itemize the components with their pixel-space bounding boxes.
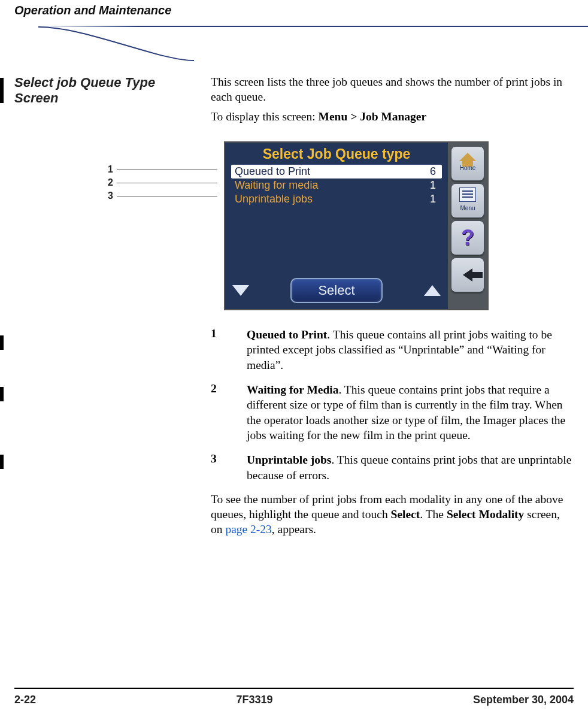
intro-line2: To display this screen: Menu > Job Manag…	[211, 110, 574, 125]
swoosh-arc-icon	[38, 26, 194, 62]
back-button[interactable]	[451, 258, 484, 292]
back-arrow-icon	[463, 268, 472, 282]
help-icon: ?	[461, 227, 474, 249]
change-bar	[0, 455, 4, 469]
legend-term: Unprintable jobs	[247, 453, 331, 466]
footer-date: September 30, 2004	[473, 694, 574, 706]
queue-row-count: 1	[430, 193, 438, 205]
change-bar	[0, 335, 4, 350]
header-swoosh	[14, 21, 574, 45]
intro-line1: This screen lists the three job queues a…	[211, 75, 574, 105]
change-bar	[0, 78, 4, 103]
menu-icon	[459, 187, 476, 202]
legend-item-1: 1 Queued to Print. This queue contains a…	[211, 327, 574, 373]
closing-b2: Select Modality	[447, 508, 524, 521]
legend-number: 3	[211, 452, 247, 483]
queue-row-label: Unprintable jobs	[235, 193, 313, 205]
callout-1: 1	[108, 164, 113, 175]
menu-button[interactable]: Menu	[451, 183, 484, 218]
legend-term: Queued to Print	[247, 328, 327, 341]
legend-item-3: 3 Unprintable jobs. This queue contains …	[211, 452, 574, 483]
nav-up-icon[interactable]	[424, 285, 441, 296]
intro-line2-prefix: To display this screen:	[211, 110, 319, 123]
legend-item-2: 2 Waiting for Media. This queue contains…	[211, 382, 574, 443]
page-link[interactable]: page 2-23	[225, 523, 271, 536]
change-bar	[0, 387, 4, 401]
menu-label: Menu	[460, 205, 475, 211]
queue-row-label: Queued to Print	[235, 165, 310, 178]
legend-list: 1 Queued to Print. This queue contains a…	[211, 327, 574, 483]
device-title: Select Job Queue type	[225, 143, 448, 165]
running-header: Operation and Maintenance	[14, 0, 574, 21]
legend-number: 2	[211, 382, 247, 443]
side-heading: Select job Queue Type Screen	[14, 75, 200, 107]
closing-paragraph: To see the number of print jobs from eac…	[211, 492, 574, 537]
queue-row-queued-to-print[interactable]: Queued to Print 6	[231, 165, 442, 179]
queue-row-count: 6	[430, 165, 438, 178]
device-screen: Select Job Queue type Queued to Print 6 …	[224, 141, 489, 310]
closing-post2: , appears.	[272, 523, 316, 536]
queue-row-waiting-for-media[interactable]: Waiting for media 1	[231, 179, 442, 192]
queue-row-unprintable-jobs[interactable]: Unprintable jobs 1	[231, 192, 442, 206]
closing-b1: Select	[391, 508, 420, 521]
nav-down-icon[interactable]	[232, 285, 249, 296]
page-footer: 2-22 7F3319 September 30, 2004	[14, 688, 574, 706]
closing-mid: . The	[420, 508, 447, 521]
device-figure: 1 2 3 Select Job Queue type Queued to Pr…	[224, 141, 574, 310]
legend-term: Waiting for Media	[247, 383, 338, 396]
home-icon	[459, 153, 476, 161]
callout-3: 3	[108, 190, 113, 201]
figure-callouts: 1 2 3	[108, 163, 217, 202]
home-button[interactable]: Home	[451, 146, 484, 181]
queue-row-label: Waiting for media	[235, 179, 318, 192]
intro-line2-path: Menu > Job Manager	[319, 110, 427, 123]
legend-number: 1	[211, 327, 247, 373]
footer-doc-id: 7F3319	[236, 694, 272, 706]
footer-page-number: 2-22	[14, 694, 36, 706]
queue-row-count: 1	[430, 179, 438, 192]
help-button[interactable]: ?	[451, 220, 484, 255]
select-button[interactable]: Select	[290, 278, 382, 303]
callout-2: 2	[108, 177, 113, 188]
